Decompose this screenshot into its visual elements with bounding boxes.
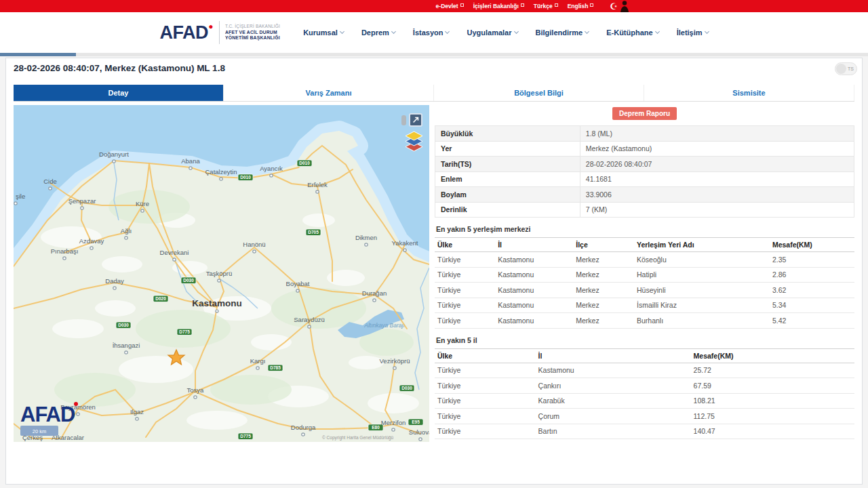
map-town-label: Dodurga [291, 424, 316, 431]
nav-deprem[interactable]: Deprem [361, 28, 395, 37]
site-header: AFAD● T.C. İÇİŞLERİ BAKANLIĞI AFET VE AC… [0, 12, 868, 53]
terrain-patch [95, 300, 136, 317]
government-topbar: e-Devlet İçişleri Bakanlığı Türkçe Engli… [0, 0, 868, 12]
map-town-label: Doğanyurt [99, 150, 129, 158]
layers-button[interactable] [405, 131, 423, 152]
map-town-marker [189, 167, 192, 169]
map-town-marker [63, 257, 66, 260]
map-town-marker [49, 187, 52, 190]
logo-subtitle: T.C. İÇİŞLERİ BAKANLIĞI AFET VE ACİL DUR… [225, 24, 280, 41]
map-town-label: İhsangazi [113, 342, 140, 349]
earthquake-map[interactable]: Altınkaya Barajı D010D010D705D030D020D03… [14, 105, 429, 442]
table-row: Tarih(TS)28-02-2026 08:40:07 [435, 157, 854, 172]
map-town-label: Ilgaz [130, 408, 144, 415]
toggle-knob[interactable] [836, 64, 846, 74]
map-town-marker [308, 325, 311, 328]
map-town-marker [220, 178, 222, 180]
map-town-label: Cide [43, 178, 57, 185]
table-row: TürkiyeKarabük108.21 [435, 393, 854, 409]
horizontal-scrollbar[interactable] [0, 53, 868, 56]
map-town-marker [392, 428, 395, 431]
map-drag-handle[interactable] [401, 115, 406, 125]
nav-ekutuphane[interactable]: E-Kütüphane [606, 28, 658, 37]
external-link-icon [521, 3, 524, 7]
logo-divider [219, 21, 220, 44]
map-town-label: Taşköprü [206, 270, 233, 277]
map-town-label: Erfelek [307, 181, 328, 188]
map-scale-label: 20 km [33, 428, 46, 434]
time-zone-toggle[interactable]: TS [835, 62, 857, 75]
map-town-marker [373, 299, 376, 302]
tab-sismisite[interactable]: Sismisite [644, 85, 854, 101]
table-row: Derinlik7 (KM) [435, 202, 854, 218]
map-town-label: şile [16, 192, 25, 200]
map-town-marker [365, 243, 368, 246]
map-town-label: Dikmen [355, 234, 377, 241]
table-row: YerMerkez (Kastamonu) [435, 141, 854, 157]
map-town-label: Kastamonu [192, 298, 242, 308]
nearest-settlements-title: En yakın 5 yerleşim merkezi [436, 225, 854, 233]
link-icisleri-bakanligi[interactable]: İçişleri Bakanlığı [473, 3, 524, 9]
map-canvas: Altınkaya Barajı D010D010D705D030D020D03… [14, 105, 429, 442]
map-town-marker [136, 418, 138, 420]
map-town-label: Merzifon [381, 419, 406, 426]
tab-bolgesel-bilgi[interactable]: Bölgesel Bilgi [434, 85, 644, 101]
fullscreen-button[interactable] [409, 113, 422, 127]
road-shield-label: D030 [183, 278, 194, 283]
map-town-marker [403, 249, 406, 251]
scrollbar-thumb[interactable] [0, 53, 76, 56]
tab-varis-zamani[interactable]: Varış Zamanı [224, 85, 434, 101]
map-town-label: Ağlı [121, 227, 132, 235]
road-shield-label: D010 [299, 161, 310, 165]
map-town-marker [218, 279, 220, 282]
table-row: TürkiyeÇorum112.75 [435, 409, 854, 424]
terrain-patch [54, 373, 136, 407]
nav-uygulamalar[interactable]: Uygulamalar [467, 28, 517, 37]
layers-icon [405, 131, 423, 152]
earthquake-title: 28-02-2026 08:40:07, Merkez (Kastamonu) … [14, 63, 225, 73]
nav-kurumsal[interactable]: Kurumsal [303, 28, 344, 37]
map-town-label: Kargı [250, 357, 266, 365]
map-town-marker [90, 247, 93, 249]
link-edevlet[interactable]: e-Devlet [436, 3, 464, 9]
map-town-label: Çatalzeytin [205, 168, 237, 176]
terrain-patch [368, 393, 419, 413]
afad-logo[interactable]: AFAD● T.C. İÇİŞLERİ BAKANLIĞI AFET VE AC… [159, 21, 280, 44]
table-row: Boylam33.9006 [435, 187, 854, 203]
table-row: TürkiyeBartın140.47 [435, 424, 854, 439]
map-town-marker [302, 433, 304, 436]
map-town-label: Abana [181, 157, 200, 165]
earthquake-detail-table: Büyüklük1.8 (ML) YerMerkez (Kastamonu) T… [435, 125, 854, 218]
external-link-icon [460, 3, 464, 7]
afad-logo-text: AFAD● [159, 22, 208, 43]
map-town-marker [81, 207, 83, 209]
earthquake-report-button[interactable]: Deprem Raporu [612, 107, 677, 120]
road-shield-label: D775 [240, 434, 251, 439]
road-shield-label: D030 [401, 386, 412, 390]
table-header-row: Ülke İl Mesafe(KM) [435, 348, 854, 363]
terrain-patch [349, 356, 384, 369]
table-header-row: Ülke İl İlçe Yerleşim Yeri Adı Mesafe(KM… [435, 238, 854, 252]
table-row: TürkiyeKastamonuMerkezHatipli2.86 [435, 267, 854, 283]
nav-bilgilendirme[interactable]: Bilgilendirme [536, 28, 589, 37]
map-town-marker [419, 438, 422, 441]
page-margin-right [863, 58, 868, 488]
chevron-down-icon [391, 28, 396, 33]
map-town-label: Tosya [187, 386, 205, 394]
map-town-marker [125, 351, 127, 354]
road-shield-label: E80 [372, 425, 380, 430]
nav-iletisim[interactable]: İletişim [677, 28, 709, 37]
map-town-marker [393, 367, 396, 369]
reservoir-label: Altınkaya Barajı [363, 322, 405, 329]
map-town-marker [125, 237, 127, 239]
ataturk-silhouette-icon [619, 0, 629, 12]
terrain-patch [52, 319, 104, 338]
tab-detay[interactable]: Detay [14, 85, 224, 101]
map-town-marker [77, 413, 79, 415]
link-turkce[interactable]: Türkçe [534, 3, 558, 9]
detail-tabs: Detay Varış Zamanı Bölgesel Bilgi Sismis… [14, 85, 854, 102]
nav-istasyon[interactable]: İstasyon [413, 28, 450, 37]
link-english[interactable]: English [568, 3, 594, 9]
map-town-marker [270, 174, 273, 177]
chevron-down-icon [585, 28, 589, 33]
